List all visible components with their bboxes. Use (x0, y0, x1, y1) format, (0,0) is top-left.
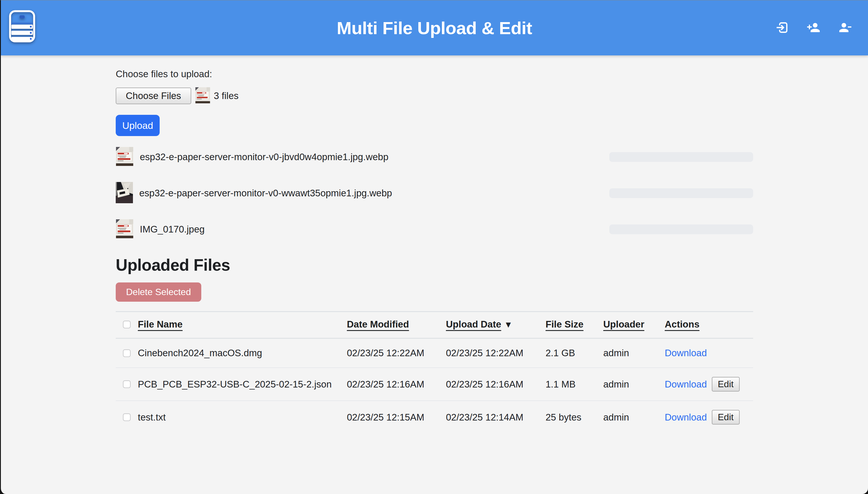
column-header-file-size[interactable]: File Size (546, 312, 603, 338)
cell-file-size: 2.1 GB (546, 338, 603, 368)
page-title: Multi File Upload & Edit (337, 18, 532, 38)
app-header: Multi File Upload & Edit (1, 0, 868, 55)
server-stack-icon (8, 10, 36, 44)
person-remove-icon (838, 21, 852, 35)
column-header-file-name[interactable]: File Name (138, 312, 347, 338)
selected-files-thumbnail (194, 87, 211, 104)
cell-upload-date: 02/23/25 12:22AM (446, 338, 546, 368)
column-header-date-modified[interactable]: Date Modified (347, 312, 446, 338)
file-thumbnail (116, 147, 133, 167)
pending-file-row: esp32-e-paper-server-monitor-v0-wwawt35o… (116, 183, 753, 203)
cell-uploader: admin (603, 401, 665, 433)
select-all-checkbox[interactable] (123, 321, 131, 328)
add-user-button[interactable] (806, 20, 821, 35)
pending-file-name: IMG_0170.jpeg (140, 224, 205, 235)
actions-cell: Download Edit (665, 377, 753, 392)
table-row: test.txt 02/23/25 12:15AM 02/23/25 12:14… (116, 401, 753, 433)
row-checkbox[interactable] (123, 380, 131, 388)
download-link[interactable]: Download (665, 412, 707, 423)
file-thumbnail (116, 219, 133, 240)
download-link[interactable]: Download (665, 379, 707, 390)
pending-file-row: esp32-e-paper-server-monitor-v0-jbvd0w4o… (116, 147, 753, 167)
table-header-row: File Name Date Modified Upload Date▼ Fil… (116, 312, 753, 338)
file-thumbnail (116, 182, 133, 204)
login-button[interactable] (774, 20, 789, 35)
actions-cell: Download (665, 348, 753, 359)
row-checkbox[interactable] (123, 413, 131, 421)
cell-file-name: PCB_PCB_ESP32-USB-C_2025-02-15-2.json (138, 368, 347, 401)
cell-file-name: test.txt (138, 401, 347, 433)
person-add-icon (807, 21, 820, 35)
uploaded-files-heading: Uploaded Files (116, 255, 753, 274)
cell-date-modified: 02/23/25 12:16AM (347, 368, 446, 401)
cell-file-name: Cinebench2024_macOS.dmg (138, 338, 347, 368)
uploaded-files-table: File Name Date Modified Upload Date▼ Fil… (116, 311, 753, 433)
table-row: PCB_PCB_ESP32-USB-C_2025-02-15-2.json 02… (116, 368, 753, 401)
choose-files-button[interactable]: Choose Files (116, 88, 191, 104)
file-input-row: Choose Files 3 files (116, 87, 753, 104)
pending-file-name: esp32-e-paper-server-monitor-v0-wwawt35o… (139, 188, 392, 198)
sort-desc-icon: ▼ (504, 320, 513, 329)
cell-date-modified: 02/23/25 12:22AM (347, 338, 446, 368)
upload-progress-bar (609, 225, 753, 234)
remove-user-button[interactable] (837, 20, 852, 35)
upload-progress-bar (609, 152, 753, 162)
column-header-actions: Actions (665, 312, 753, 338)
pending-file-name: esp32-e-paper-server-monitor-v0-jbvd0w4o… (140, 152, 389, 163)
column-header-uploader[interactable]: Uploader (603, 312, 665, 338)
table-row: Cinebench2024_macOS.dmg 02/23/25 12:22AM… (116, 338, 753, 368)
main-content: Choose files to upload: Choose Files 3 f… (116, 55, 753, 433)
login-icon (775, 21, 789, 35)
row-checkbox[interactable] (123, 349, 131, 357)
upload-button[interactable]: Upload (116, 115, 159, 136)
edit-button[interactable]: Edit (712, 410, 740, 424)
selected-files-count: 3 files (214, 90, 239, 101)
upload-progress-bar (609, 188, 753, 198)
download-link[interactable]: Download (665, 348, 707, 359)
app-window: Multi File Upload & Edit (0, 0, 868, 494)
actions-cell: Download Edit (665, 410, 753, 424)
column-header-upload-date[interactable]: Upload Date▼ (446, 312, 546, 338)
cell-file-size: 25 bytes (546, 401, 603, 433)
choose-files-label: Choose files to upload: (116, 69, 753, 79)
delete-selected-button[interactable]: Delete Selected (116, 282, 201, 302)
edit-button[interactable]: Edit (712, 377, 740, 392)
cell-upload-date: 02/23/25 12:16AM (446, 368, 546, 401)
cell-uploader: admin (603, 338, 665, 368)
cell-date-modified: 02/23/25 12:15AM (347, 401, 446, 433)
cell-upload-date: 02/23/25 12:14AM (446, 401, 546, 433)
cell-file-size: 1.1 MB (546, 368, 603, 401)
pending-upload-list: esp32-e-paper-server-monitor-v0-jbvd0w4o… (116, 147, 753, 240)
pending-file-row: IMG_0170.jpeg (116, 219, 753, 240)
cell-uploader: admin (603, 368, 665, 401)
header-actions (774, 0, 852, 55)
